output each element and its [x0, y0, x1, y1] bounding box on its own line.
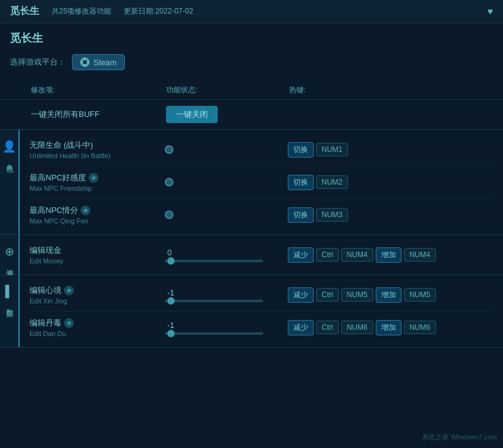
star-icon: ★ — [81, 206, 90, 215]
increase-key-label: NUM5 — [404, 288, 436, 302]
hotkey-toggle-btn[interactable]: 切换 — [288, 142, 314, 158]
header-count: 共25项修改器功能 — [52, 6, 111, 17]
slider-thumb[interactable] — [167, 330, 175, 337]
sidebar-label-data: 数据 — [4, 303, 15, 305]
increase-button[interactable]: 增加 — [376, 320, 402, 335]
decrease-mod-label: Ctrl — [316, 288, 339, 302]
slider-track[interactable] — [165, 332, 263, 335]
section-resources: ⊕资源编辑现金Edit Money0减少CtrlNUM4增加NUM4 — [0, 235, 503, 275]
header-date: 更新日期:2022-07-02 — [124, 6, 193, 17]
slider-hotkey-col: 减少CtrlNUM6增加NUM6 — [288, 320, 493, 335]
platform-row: 选择游戏平台： Steam — [10, 54, 493, 70]
decrease-mod-label: Ctrl — [316, 248, 339, 262]
section-character: 👤角色无限生命 (战斗中)Unlimited Health (In Battle… — [0, 130, 503, 235]
slider-control-col: 0 — [165, 248, 288, 262]
toggle-circle[interactable] — [165, 178, 173, 186]
sidebar-resources: ⊕资源 — [0, 235, 20, 274]
sidebar-label-character: 角色 — [4, 158, 15, 161]
item-name-en: Unlimited Health (In Battle) — [30, 152, 165, 159]
slider-hotkey-col: 减少CtrlNUM5增加NUM5 — [288, 287, 493, 303]
slider-name-zh: 编辑现金 — [30, 245, 165, 256]
col-status-header: 功能状态: — [166, 85, 289, 95]
col-hotkey-header: 热键: — [289, 85, 493, 95]
slider-name-col: 编辑丹毒★Edit Dan Du — [30, 318, 165, 337]
decrease-button[interactable]: 减少 — [288, 320, 314, 335]
decrease-key-label: NUM4 — [341, 248, 373, 262]
hotkey-toggle-btn[interactable]: 切换 — [288, 207, 314, 223]
buff-row: 一键关闭所有BUFF 一键关闭 — [0, 100, 503, 130]
slider-row: 编辑现金Edit Money0减少CtrlNUM4增加NUM4 — [30, 239, 493, 271]
slider-name-zh: 编辑丹毒★ — [30, 318, 165, 329]
column-headers: 修改项: 功能状态: 热键: — [0, 81, 503, 100]
item-toggle-col — [165, 145, 288, 154]
decrease-button[interactable]: 减少 — [288, 247, 314, 263]
slider-control-col: -1 — [165, 288, 288, 302]
decrease-key-label: NUM5 — [341, 288, 373, 302]
sidebar-icon-resources: ⊕ — [5, 245, 14, 258]
decrease-mod-label: Ctrl — [316, 321, 339, 334]
section-content-character: 无限生命 (战斗中)Unlimited Health (In Battle)切换… — [20, 130, 503, 234]
hotkey-key-label: NUM2 — [316, 175, 348, 189]
item-name-zh: 最高NPC好感度★ — [30, 172, 165, 183]
slider-row: 编辑丹毒★Edit Dan Du-1减少CtrlNUM6增加NUM6 — [30, 311, 493, 343]
item-hotkey-col: 切换NUM3 — [288, 207, 493, 223]
slider-row: 编辑心境★Edit Xin Jing-1减少CtrlNUM5增加NUM5 — [30, 279, 493, 311]
section-content-data: 编辑心境★Edit Xin Jing-1减少CtrlNUM5增加NUM5编辑丹毒… — [20, 275, 503, 347]
steam-logo-icon — [80, 57, 90, 67]
slider-thumb[interactable] — [167, 257, 175, 265]
decrease-key-label: NUM6 — [341, 321, 373, 334]
sidebar-label-resources: 资源 — [4, 263, 15, 266]
heart-icon[interactable]: ♥ — [488, 6, 494, 17]
game-title: 觅长生 — [10, 31, 493, 46]
star-icon: ★ — [64, 286, 74, 295]
slider-track[interactable] — [165, 260, 263, 262]
star-icon: ★ — [89, 173, 98, 183]
slider-name-col: 编辑心境★Edit Xin Jing — [30, 285, 165, 305]
sections-container: 👤角色无限生命 (战斗中)Unlimited Health (In Battle… — [0, 130, 503, 348]
increase-button[interactable]: 增加 — [376, 247, 402, 263]
buff-close-button[interactable]: 一键关闭 — [166, 106, 218, 123]
sidebar-icon-data: ▌ — [6, 285, 14, 298]
item-name-col: 最高NPC好感度★Max NPC Friendship — [30, 172, 165, 192]
increase-key-label: NUM4 — [404, 248, 436, 262]
toggle-circle[interactable] — [165, 210, 173, 219]
col-mod-header: 修改项: — [31, 85, 166, 95]
decrease-button[interactable]: 减少 — [288, 287, 314, 303]
slider-track[interactable] — [165, 300, 263, 302]
item-hotkey-col: 切换NUM1 — [288, 142, 493, 158]
item-name-en: Max NPC Friendship — [30, 185, 165, 192]
item-name-zh: 最高NPC情分★ — [30, 205, 165, 216]
increase-key-label: NUM6 — [404, 321, 436, 334]
item-row: 最高NPC好感度★Max NPC Friendship切换NUM2 — [30, 166, 493, 199]
item-toggle-col — [165, 210, 288, 219]
game-title-area: 觅长生 选择游戏平台： Steam — [0, 23, 503, 81]
slider-name-col: 编辑现金Edit Money — [30, 245, 165, 265]
star-icon: ★ — [64, 318, 74, 328]
sidebar-data: ▌数据 — [0, 275, 20, 347]
item-name-zh: 无限生命 (战斗中) — [30, 140, 165, 151]
toggle-circle[interactable] — [165, 145, 173, 154]
slider-name-zh: 编辑心境★ — [30, 285, 165, 296]
slider-name-en: Edit Xin Jing — [30, 297, 165, 305]
slider-control-col: -1 — [165, 321, 288, 335]
item-row: 最高NPC情分★Max NPC Qing Fen切换NUM3 — [30, 199, 493, 231]
platform-label: 选择游戏平台： — [10, 57, 66, 68]
slider-value: 0 — [165, 248, 172, 257]
header-title: 觅长生 — [10, 5, 39, 18]
item-toggle-col — [165, 178, 288, 186]
slider-value: -1 — [165, 288, 175, 297]
sidebar-character: 👤角色 — [0, 130, 20, 234]
section-data: ▌数据编辑心境★Edit Xin Jing-1减少CtrlNUM5增加NUM5编… — [0, 275, 503, 348]
steam-button-label: Steam — [93, 58, 117, 67]
item-row: 无限生命 (战斗中)Unlimited Health (In Battle)切换… — [30, 134, 493, 166]
slider-thumb[interactable] — [167, 297, 175, 305]
svg-point-1 — [83, 60, 87, 64]
hotkey-key-label: NUM1 — [316, 143, 348, 156]
hotkey-toggle-btn[interactable]: 切换 — [288, 175, 314, 190]
watermark: 系统之家 Windows7.com — [422, 433, 497, 442]
increase-button[interactable]: 增加 — [376, 287, 402, 303]
platform-steam-button[interactable]: Steam — [72, 54, 125, 70]
slider-hotkey-col: 减少CtrlNUM4增加NUM4 — [288, 247, 493, 263]
section-content-resources: 编辑现金Edit Money0减少CtrlNUM4增加NUM4 — [20, 235, 503, 274]
item-hotkey-col: 切换NUM2 — [288, 175, 493, 190]
